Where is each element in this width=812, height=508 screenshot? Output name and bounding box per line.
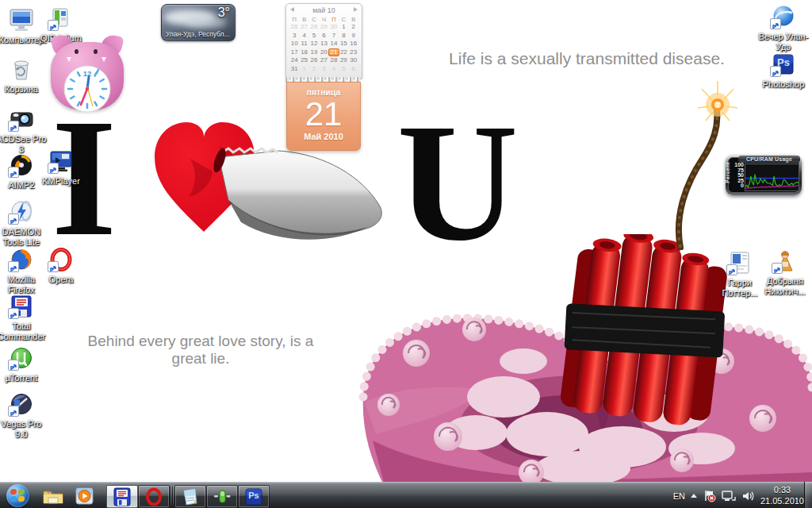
calendar-cell[interactable]: 29	[319, 23, 328, 32]
tray-clock[interactable]: 0:33 21.05.2010	[760, 485, 804, 507]
calendar-cell[interactable]: 27	[319, 56, 328, 65]
cpu-ram-gadget[interactable]: CPU/RAM Usage Percent 1007550250	[726, 155, 802, 195]
desktop-icon-dobrynya[interactable]: Добрыня Никитич...	[760, 248, 810, 296]
taskbar-notepad-button[interactable]	[174, 485, 206, 508]
calendar-cell[interactable]: 24	[289, 56, 299, 65]
cpu-gadget-title: CPU/RAM Usage	[738, 156, 800, 163]
calendar-cell[interactable]: 3	[319, 65, 328, 74]
calendar-cell[interactable]: 8	[339, 32, 348, 40]
calendar-cell[interactable]: 12	[309, 40, 319, 48]
show-desktop-button[interactable]	[804, 482, 812, 508]
desktop-icon-harry-potter[interactable]: Гарри Поттер...	[717, 249, 763, 298]
calendar-cell[interactable]: 4	[329, 65, 339, 74]
calendar-cell[interactable]: 30	[349, 56, 358, 65]
calendar-cell[interactable]: 31	[289, 65, 299, 74]
calendar-cell[interactable]: 26	[289, 23, 299, 32]
desktop-icon-vegas[interactable]: Vegas Pro 9.0	[0, 391, 47, 439]
calendar-cell[interactable]: 19	[309, 48, 319, 57]
icon-label: Гарри Поттер...	[717, 278, 763, 298]
computer-icon	[8, 6, 35, 33]
calendar-cell[interactable]: 4	[299, 32, 308, 40]
network-icon[interactable]	[722, 490, 736, 502]
media-player-icon	[75, 486, 95, 506]
windows-logo-icon	[18, 495, 25, 502]
calendar-day-number: 21	[287, 97, 360, 132]
hidden-icons-arrow-icon[interactable]	[691, 494, 697, 498]
calendar-cell[interactable]: 13	[319, 40, 328, 48]
cat-eye	[94, 49, 98, 54]
volume-icon[interactable]	[741, 490, 755, 502]
desktop-icon-daemon-tools[interactable]: DAEMON Tools Lite	[0, 198, 47, 247]
calendar-cell[interactable]: 9	[349, 32, 358, 40]
calendar-cell[interactable]: 17	[289, 48, 299, 57]
calendar-cell[interactable]: 27	[299, 23, 308, 32]
calendar-cell[interactable]: 1	[299, 65, 308, 74]
calendar-cell[interactable]: 26	[309, 56, 319, 65]
shortcut-arrow-icon	[8, 214, 19, 225]
total-commander-icon	[8, 293, 35, 320]
calendar-cell[interactable]: 11	[299, 40, 308, 48]
calendar-cell[interactable]: 20	[319, 48, 328, 57]
desktop[interactable]: Life is a sexually transmitted disease. …	[0, 0, 812, 508]
calendar-cell[interactable]: 2	[309, 65, 319, 74]
calendar-grid[interactable]: 2627282930123456789101112131415161718192…	[286, 23, 362, 73]
notepad-icon	[181, 487, 200, 506]
taskbar[interactable]: Ps EN 0:33 21.05.2010	[0, 482, 812, 508]
calendar-cell[interactable]: 5	[309, 32, 319, 40]
windows-logo-icon	[10, 488, 17, 495]
desktop-icon-kmplayer[interactable]: KMPlayer	[36, 148, 86, 187]
taskbar-media-player-button[interactable]	[71, 486, 98, 506]
calendar-gadget-month-view[interactable]: май 10 ПВСЧПСВ 2627282930123456789101112…	[285, 3, 362, 79]
calendar-cell[interactable]: 23	[349, 48, 358, 57]
calendar-cell[interactable]: 15	[339, 40, 348, 48]
shortcut-arrow-icon	[48, 163, 59, 174]
calendar-gadget-day-view[interactable]: пятница 21 Май 2010	[286, 82, 361, 151]
icon-label: µTorrent	[0, 373, 47, 383]
windows-logo-icon	[10, 495, 17, 502]
calendar-cell[interactable]: 2	[349, 23, 358, 32]
shortcut-arrow-icon	[772, 263, 783, 274]
calendar-cell[interactable]: 5	[339, 65, 348, 74]
language-indicator[interactable]: EN	[673, 491, 685, 501]
taskbar-qip-button[interactable]	[206, 485, 238, 508]
calendar-cell[interactable]: 3	[289, 32, 299, 40]
calendar-cell[interactable]: 6	[349, 65, 358, 74]
taskbar-opera-button[interactable]	[138, 485, 170, 508]
calendar-cell[interactable]: 14	[329, 40, 339, 48]
qip-green-icon	[213, 487, 232, 506]
desktop-icon-opera[interactable]: Opera	[36, 246, 86, 285]
weather-location: Улан-Удэ, Республ...	[166, 30, 230, 38]
calendar-cell[interactable]: 29	[339, 56, 348, 65]
weather-gadget[interactable]: 3° Улан-Удэ, Республ...	[161, 4, 236, 41]
calendar-next-icon[interactable]	[354, 7, 358, 12]
calendar-cell[interactable]: 28	[329, 56, 339, 65]
desktop-icon-total-commander[interactable]: Total Commander	[0, 293, 47, 341]
system-tray[interactable]: EN 0:33 21.05.2010	[673, 483, 804, 508]
start-button[interactable]	[6, 484, 29, 507]
calendar-cell[interactable]: 16	[349, 40, 358, 48]
icon-label: Opera	[36, 275, 86, 285]
calendar-cell[interactable]: 10	[289, 40, 299, 48]
calendar-cell[interactable]: 30	[329, 23, 339, 32]
firefox-icon	[8, 246, 35, 273]
calendar-cell[interactable]: 22	[339, 48, 348, 57]
calendar-cell[interactable]: 6	[319, 32, 328, 40]
calendar-cell[interactable]: 7	[329, 32, 339, 40]
desktop-icon-recycle-bin[interactable]: Корзина	[0, 56, 47, 94]
taskbar-explorer-button[interactable]	[40, 486, 67, 506]
action-center-flag-icon[interactable]	[703, 489, 716, 502]
character-icon	[772, 248, 799, 275]
calendar-month-header: май 10	[312, 6, 335, 14]
desktop-icon-vecher-ulan-ude[interactable]: Вечер Улан-Удэ	[757, 3, 810, 52]
calendar-cell[interactable]: 28	[309, 23, 319, 32]
desktop-icon-photoshop[interactable]: Ps Photoshop	[757, 51, 810, 90]
calendar-cell[interactable]: 1	[339, 23, 348, 32]
calendar-cell[interactable]: 21	[328, 48, 339, 57]
calendar-cell[interactable]: 25	[299, 56, 308, 65]
clock-gadget[interactable]: 12	[49, 35, 125, 114]
taskbar-photoshop-button[interactable]: Ps	[238, 485, 270, 508]
calendar-prev-icon[interactable]	[290, 7, 294, 12]
calendar-cell[interactable]: 18	[299, 48, 308, 57]
desktop-icon-utorrent[interactable]: µTorrent	[0, 344, 47, 383]
taskbar-total-commander-button[interactable]	[106, 485, 138, 508]
